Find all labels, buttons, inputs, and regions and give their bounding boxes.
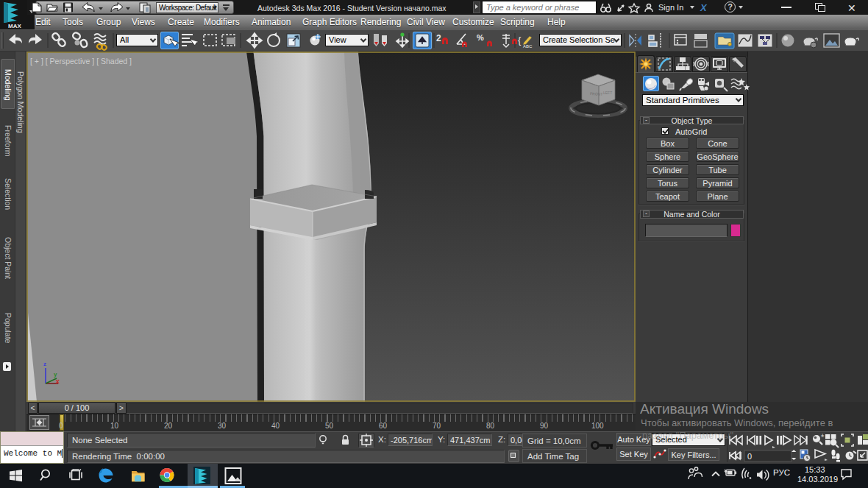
svg-text:MAX: MAX (8, 23, 21, 29)
svg-text:14.03.2019: 14.03.2019 (797, 475, 838, 484)
svg-text:FRONT: FRONT (590, 91, 603, 96)
svg-text:±: ± (821, 432, 825, 439)
svg-text:0: 0 (747, 452, 752, 461)
svg-text:LEFT: LEFT (603, 91, 612, 95)
svg-text:15:33: 15:33 (805, 465, 825, 474)
svg-text:2: 2 (436, 33, 441, 43)
svg-text:{: { (518, 35, 522, 46)
svg-text:РУС: РУС (773, 468, 790, 477)
svg-text:ABC: ABC (523, 44, 533, 49)
svg-text:y: y (54, 371, 57, 378)
svg-text:%: % (477, 33, 484, 42)
svg-text:[ + ] [ Perspective ] [ Shaded: [ + ] [ Perspective ] [ Shaded ] (30, 57, 132, 66)
svg-text:z: z (43, 361, 46, 367)
